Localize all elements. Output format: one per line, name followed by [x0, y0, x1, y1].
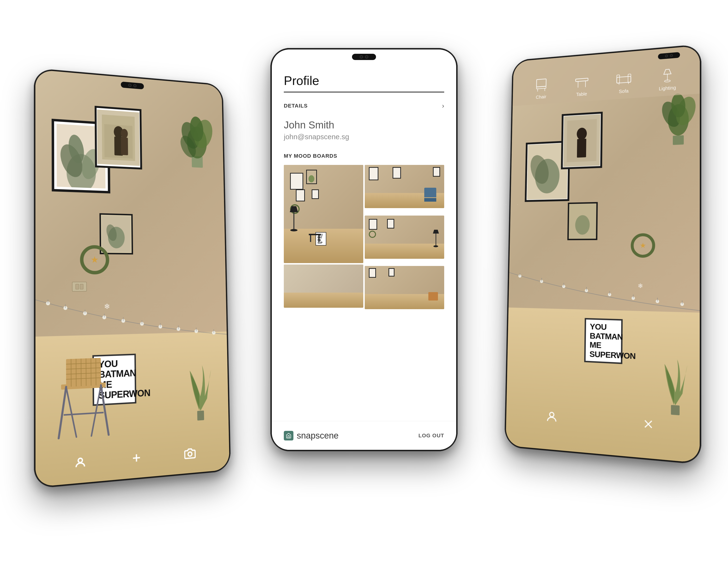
left-phone: ❄ YOU BATMAN ME SUPERWON [34, 68, 231, 489]
user-email: john@snapscene.sg [284, 133, 444, 141]
right-phone: Chair Table Sofa [504, 44, 701, 465]
profile-overlay-icon[interactable] [544, 407, 560, 426]
svg-line-46 [81, 358, 81, 386]
svg-line-61 [133, 458, 140, 458]
brand-icon [284, 431, 293, 440]
svg-line-45 [76, 359, 76, 386]
svg-rect-70 [318, 235, 320, 242]
mood-board-item[interactable] [365, 266, 444, 309]
svg-rect-83 [628, 74, 631, 82]
mood-board-item[interactable] [365, 216, 444, 259]
svg-marker-86 [664, 69, 671, 74]
svg-line-55 [101, 385, 109, 435]
details-row[interactable]: DETAILS › [284, 102, 444, 112]
svg-rect-72 [436, 234, 436, 246]
svg-point-62 [188, 452, 192, 456]
mood-boards-grid: YOU BAT ME SUP [284, 165, 444, 314]
mood-board-item[interactable] [284, 265, 363, 308]
svg-rect-74 [536, 79, 546, 87]
svg-point-59 [78, 458, 82, 462]
profile-footer: snapscene LOG OUT [272, 421, 456, 450]
svg-rect-82 [617, 75, 620, 83]
main-scene: ❄ YOU BATMAN ME SUPERWON [0, 0, 728, 566]
svg-point-64 [309, 175, 314, 183]
svg-line-54 [59, 387, 66, 438]
mood-boards-label: MY MOOD BOARDS [284, 153, 444, 159]
add-nav-icon[interactable] [129, 450, 144, 466]
svg-rect-78 [576, 78, 588, 82]
svg-line-49 [96, 358, 96, 385]
poster-line3-right: ME [590, 340, 601, 350]
furniture-chair[interactable]: Chair [532, 76, 550, 100]
mood-board-item[interactable]: YOU BAT ME SUP [284, 165, 363, 263]
svg-rect-41 [197, 410, 204, 420]
profile-nav-icon[interactable] [73, 454, 88, 471]
profile-screen: Profile DETAILS › John Smith john@snapsc… [272, 49, 456, 450]
table-icon [573, 73, 591, 90]
svg-rect-66 [293, 212, 294, 229]
svg-point-120 [550, 412, 554, 417]
svg-marker-71 [433, 230, 439, 234]
sofa-icon [614, 70, 633, 87]
brand-name: snapscene [297, 431, 339, 441]
svg-rect-95 [577, 139, 586, 158]
details-label: DETAILS [284, 103, 308, 109]
svg-rect-119 [671, 405, 679, 415]
svg-rect-69 [310, 235, 311, 242]
furniture-lighting[interactable]: Lighting [658, 66, 677, 92]
svg-line-56 [66, 386, 77, 438]
lighting-label: Lighting [659, 85, 676, 92]
mood-board-item[interactable] [365, 165, 444, 208]
center-phone: Profile DETAILS › John Smith john@snapsc… [270, 48, 458, 451]
svg-rect-98 [673, 135, 684, 145]
profile-title: Profile [284, 73, 444, 88]
furniture-table[interactable]: Table [573, 73, 591, 98]
svg-marker-65 [290, 206, 298, 212]
svg-line-57 [91, 385, 101, 436]
furniture-sofa[interactable]: Sofa [614, 70, 633, 95]
svg-point-67 [290, 229, 297, 232]
table-label: Table [576, 91, 587, 97]
camera-nav-icon[interactable] [183, 446, 197, 461]
svg-rect-68 [309, 234, 321, 235]
user-name: John Smith [284, 119, 444, 131]
chevron-right-icon[interactable]: › [442, 102, 444, 110]
svg-point-88 [664, 80, 670, 82]
svg-line-58 [64, 413, 104, 415]
svg-rect-11 [121, 138, 128, 156]
lamp-icon [658, 66, 677, 84]
profile-divider [284, 92, 444, 92]
sofa-label: Sofa [619, 88, 629, 94]
close-overlay-icon[interactable] [639, 414, 657, 434]
poster-line1-right: YOU [590, 322, 607, 332]
svg-line-48 [91, 358, 91, 386]
poster-line4-right: SUPERWON [589, 349, 636, 361]
svg-point-73 [433, 245, 438, 247]
logout-button[interactable]: LOG OUT [419, 432, 444, 439]
chair-label: Chair [536, 94, 546, 100]
chair-icon [533, 76, 550, 93]
brand-area: snapscene [284, 431, 339, 441]
